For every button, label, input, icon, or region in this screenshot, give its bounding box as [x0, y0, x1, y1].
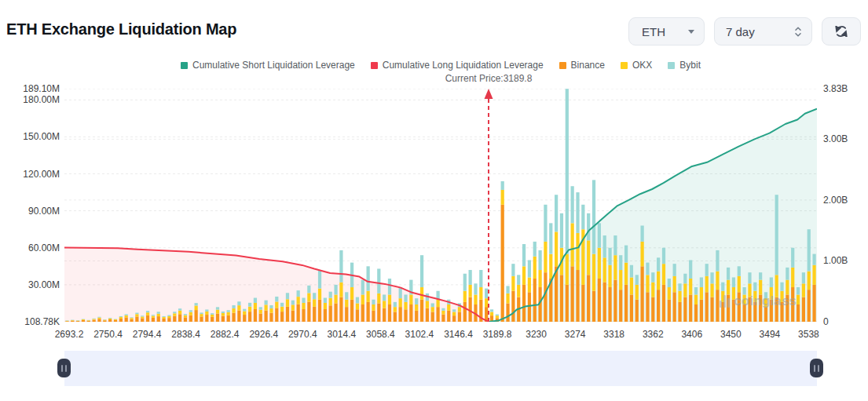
bar-stack[interactable]: [533, 242, 537, 322]
bar-stack[interactable]: [232, 305, 235, 322]
bar-stack[interactable]: [135, 313, 138, 322]
bar-stack[interactable]: [770, 277, 773, 322]
bar-stack[interactable]: [581, 205, 584, 322]
legend-item[interactable]: Cumulative Long Liquidation Leverage: [371, 60, 544, 71]
bar-stack[interactable]: [409, 280, 412, 322]
bar-stack[interactable]: [302, 298, 305, 322]
bar-stack[interactable]: [152, 315, 155, 322]
bar-stack[interactable]: [237, 301, 240, 322]
bar-stack[interactable]: [592, 180, 595, 322]
bar-stack[interactable]: [345, 292, 348, 322]
bar-stack[interactable]: [195, 303, 198, 322]
bar-stack[interactable]: [549, 223, 552, 322]
bar-stack[interactable]: [748, 272, 751, 322]
bar-stack[interactable]: [522, 244, 526, 322]
bar-stack[interactable]: [571, 186, 574, 322]
bar-stack[interactable]: [517, 275, 520, 322]
bar-stack[interactable]: [114, 319, 117, 322]
bar-stack[interactable]: [721, 283, 724, 322]
legend-item[interactable]: Binance: [559, 60, 605, 71]
bar-stack[interactable]: [490, 309, 493, 322]
bar-stack[interactable]: [797, 287, 800, 322]
bar-stack[interactable]: [469, 270, 472, 322]
bar-stack[interactable]: [759, 272, 762, 322]
bar-stack[interactable]: [463, 274, 467, 322]
bar-stack[interactable]: [613, 235, 617, 322]
bar-stack[interactable]: [566, 89, 569, 322]
bar-stack[interactable]: [780, 283, 783, 322]
bar-stack[interactable]: [775, 195, 778, 322]
bar-stack[interactable]: [93, 319, 96, 322]
bar-stack[interactable]: [727, 268, 730, 322]
bar-stack[interactable]: [791, 248, 794, 322]
bar-stack[interactable]: [205, 309, 208, 322]
bar-stack[interactable]: [254, 298, 257, 322]
bar-stack[interactable]: [630, 265, 633, 322]
bar-stack[interactable]: [426, 293, 429, 322]
legend-item[interactable]: Cumulative Short Liquidation Leverage: [181, 60, 355, 71]
right-zoom-handle[interactable]: [810, 359, 823, 377]
bar-stack[interactable]: [291, 301, 295, 322]
bar-stack[interactable]: [420, 255, 423, 322]
bar-stack[interactable]: [399, 287, 402, 322]
bar-stack[interactable]: [125, 314, 128, 322]
bar-stack[interactable]: [280, 303, 284, 322]
bar-stack[interactable]: [211, 313, 214, 322]
bar-stack[interactable]: [162, 316, 165, 322]
bar-stack[interactable]: [808, 229, 811, 322]
bar-stack[interactable]: [501, 181, 504, 322]
bar-stack[interactable]: [662, 248, 665, 322]
bar-stack[interactable]: [286, 293, 289, 322]
bar-stack[interactable]: [334, 285, 337, 322]
bar-stack[interactable]: [694, 287, 698, 322]
bar-stack[interactable]: [619, 255, 622, 322]
timeframe-select[interactable]: 7 day: [714, 17, 812, 46]
bar-stack[interactable]: [339, 250, 342, 322]
bar-stack[interactable]: [97, 317, 101, 322]
bar-stack[interactable]: [297, 290, 300, 322]
bar-stack[interactable]: [635, 275, 639, 322]
bar-stack[interactable]: [452, 309, 456, 322]
bar-stack[interactable]: [683, 274, 687, 322]
bar-stack[interactable]: [189, 310, 192, 322]
bar-stack[interactable]: [146, 311, 149, 322]
bar-stack[interactable]: [119, 316, 123, 322]
bar-stack[interactable]: [603, 235, 606, 322]
bar-stack[interactable]: [689, 260, 692, 322]
bar-stack[interactable]: [786, 268, 789, 322]
bar-stack[interactable]: [657, 257, 660, 322]
bar-stack[interactable]: [485, 289, 488, 322]
bar-stack[interactable]: [243, 309, 246, 322]
bar-stack[interactable]: [651, 272, 654, 322]
bar-stack[interactable]: [157, 312, 160, 322]
bar-stack[interactable]: [173, 312, 176, 322]
bar-stack[interactable]: [479, 270, 482, 322]
bar-stack[interactable]: [624, 246, 628, 322]
bar-stack[interactable]: [415, 298, 418, 322]
bar-stack[interactable]: [764, 292, 767, 322]
legend-item[interactable]: OKX: [621, 60, 652, 71]
bar-stack[interactable]: [103, 319, 106, 322]
bar-stack[interactable]: [361, 280, 364, 322]
bar-stack[interactable]: [544, 205, 547, 322]
bar-stack[interactable]: [732, 277, 735, 322]
bar-stack[interactable]: [673, 264, 676, 322]
bar-stack[interactable]: [538, 250, 541, 322]
bar-stack[interactable]: [71, 320, 74, 322]
bar-stack[interactable]: [227, 310, 230, 322]
bar-stack[interactable]: [555, 195, 558, 322]
bar-stack[interactable]: [528, 260, 531, 322]
bar-stack[interactable]: [668, 279, 671, 322]
bar-stack[interactable]: [576, 192, 579, 322]
left-zoom-handle[interactable]: [57, 359, 71, 377]
bar-stack[interactable]: [812, 254, 815, 322]
bar-stack[interactable]: [275, 297, 278, 322]
bar-stack[interactable]: [178, 308, 181, 322]
bar-stack[interactable]: [200, 312, 203, 322]
bar-stack[interactable]: [216, 307, 219, 322]
bar-stack[interactable]: [743, 287, 746, 322]
bar-stack[interactable]: [222, 312, 225, 322]
bar-stack[interactable]: [640, 225, 643, 322]
bar-stack[interactable]: [716, 250, 719, 322]
bar-stack[interactable]: [802, 272, 805, 322]
